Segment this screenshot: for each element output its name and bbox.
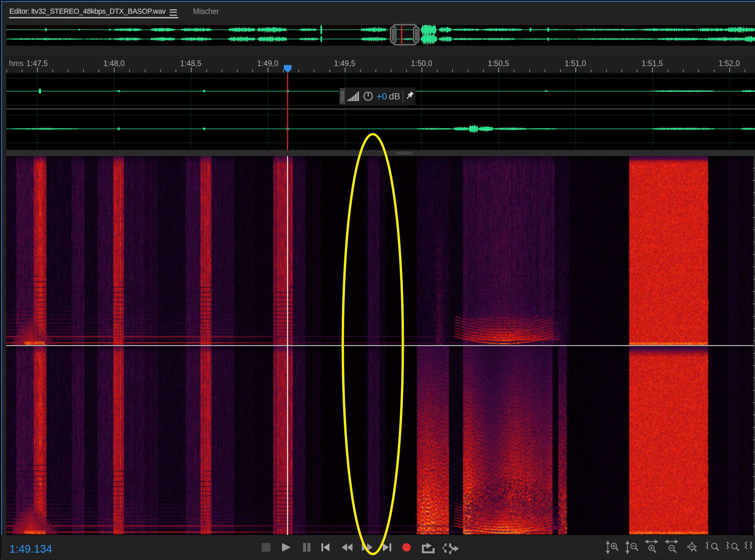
svg-text:dB: dB — [389, 91, 400, 101]
svg-text:+0: +0 — [377, 91, 387, 101]
